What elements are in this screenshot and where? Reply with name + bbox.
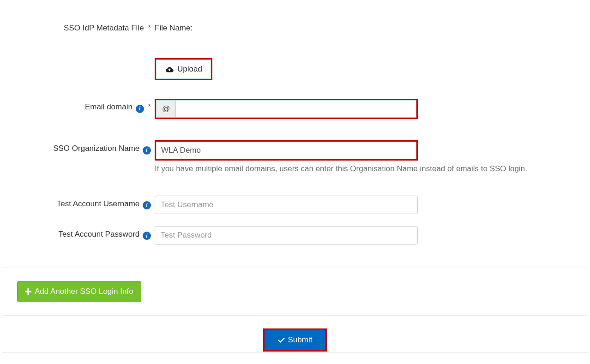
email-domain-input-group: @ [155, 99, 418, 119]
panel-footer: Add Another SSO Login Info [2, 268, 588, 315]
test-password-input[interactable] [155, 226, 418, 245]
row-org-name: SSO Organization Name i If you have mult… [2, 140, 588, 174]
label-org-name: SSO Organization Name i [16, 140, 155, 155]
metadata-control-col: File Name: Upload [155, 20, 556, 80]
at-prefix: @ [156, 100, 175, 118]
info-icon[interactable]: i [136, 105, 144, 113]
test-password-control-col [155, 226, 418, 245]
cloud-upload-icon [165, 66, 174, 73]
add-another-sso-label: Add Another SSO Login Info [35, 287, 133, 296]
required-star: * [148, 24, 151, 32]
label-test-username-text: Test Account Username [57, 199, 140, 208]
svg-rect-1 [25, 291, 31, 292]
test-username-control-col [155, 196, 418, 214]
file-name-label: File Name: [155, 20, 556, 33]
required-star: * [148, 102, 151, 111]
submit-button-label: Submit [288, 335, 313, 345]
form-body: SSO IdP Metadata File * File Name: Uploa… [2, 2, 588, 268]
upload-button-highlight: Upload [155, 58, 212, 80]
info-icon[interactable]: i [143, 146, 151, 155]
label-test-password: Test Account Password i [16, 226, 155, 240]
row-test-password: Test Account Password i [2, 226, 588, 245]
test-username-input[interactable] [155, 196, 418, 214]
add-another-sso-button[interactable]: Add Another SSO Login Info [17, 281, 141, 302]
upload-button-label: Upload [177, 65, 202, 74]
submit-highlight: Submit [263, 328, 327, 352]
label-metadata-file: SSO IdP Metadata File * [16, 20, 155, 33]
submit-button[interactable]: Submit [265, 330, 326, 350]
check-icon [278, 337, 285, 343]
label-email-domain-text: Email domain [85, 102, 132, 111]
sso-form-card: SSO IdP Metadata File * File Name: Uploa… [2, 2, 588, 353]
info-icon[interactable]: i [143, 201, 151, 209]
info-icon[interactable]: i [143, 232, 151, 240]
label-org-name-text: SSO Organization Name [53, 144, 139, 153]
label-email-domain: Email domain i * [16, 99, 155, 113]
org-name-help: If you have multiple email domains, user… [155, 163, 556, 174]
row-email-domain: Email domain i * @ [2, 99, 588, 119]
label-metadata-file-text: SSO IdP Metadata File [64, 24, 144, 32]
email-domain-input[interactable] [175, 100, 416, 118]
row-metadata-file: SSO IdP Metadata File * File Name: Uploa… [2, 20, 588, 80]
plus-icon [25, 288, 31, 295]
org-name-control-col: If you have multiple email domains, user… [155, 140, 556, 174]
submit-row: Submit [2, 315, 588, 352]
row-test-username: Test Account Username i [2, 196, 588, 214]
upload-button[interactable]: Upload [156, 60, 211, 79]
org-name-highlight [155, 140, 418, 161]
email-domain-control-col: @ [155, 99, 418, 119]
org-name-input[interactable] [156, 142, 416, 159]
label-test-username: Test Account Username i [16, 196, 155, 210]
label-test-password-text: Test Account Password [59, 230, 140, 239]
